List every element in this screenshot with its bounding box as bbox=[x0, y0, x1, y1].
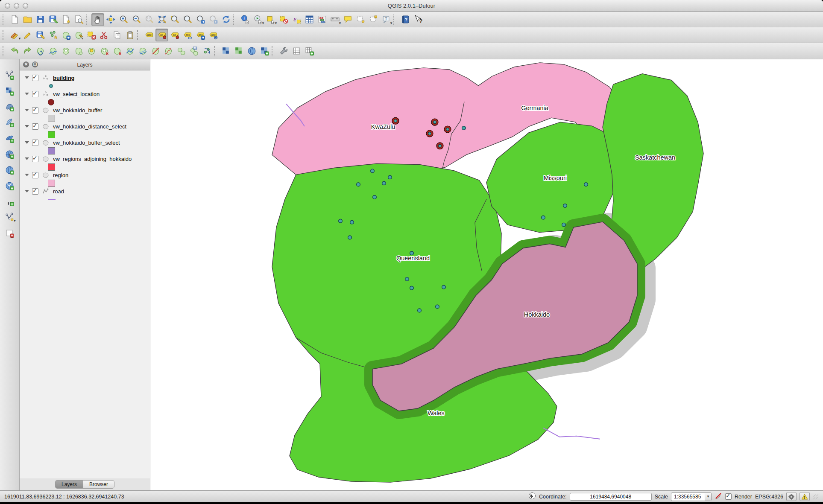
new-shapefile-layer-button[interactable]: ▼ bbox=[3, 211, 16, 224]
layer-item-building[interactable]: ✓building bbox=[20, 73, 150, 82]
save-project-as-button[interactable] bbox=[47, 13, 59, 26]
new-composer-button[interactable] bbox=[59, 13, 72, 26]
expand-triangle-icon[interactable] bbox=[25, 174, 29, 176]
panel-close-icon[interactable]: ✕ bbox=[23, 61, 29, 67]
add-feature-button[interactable] bbox=[47, 29, 59, 41]
wrench-tool-button[interactable] bbox=[277, 45, 290, 58]
paste-features-button[interactable] bbox=[123, 29, 136, 41]
layer-item-vw_hokkaido_distance_select[interactable]: ✓vw_hokkaido_distance_select bbox=[20, 122, 150, 131]
raster-tool-button[interactable] bbox=[258, 45, 271, 58]
current-edits-button[interactable]: ▼ bbox=[8, 29, 21, 41]
building-point[interactable] bbox=[357, 183, 360, 186]
layer-visibility-checkbox[interactable]: ✓ bbox=[32, 140, 38, 146]
zoom-last-button[interactable] bbox=[194, 13, 207, 26]
expand-triangle-icon[interactable] bbox=[25, 157, 29, 160]
building-point[interactable] bbox=[584, 183, 588, 186]
zoom-to-selection-button[interactable] bbox=[168, 13, 181, 26]
layer-item-region[interactable]: ✓region bbox=[20, 170, 150, 180]
panel-tab-browser[interactable]: Browser bbox=[83, 480, 114, 489]
checkerboard-tool-2-button[interactable] bbox=[232, 45, 245, 58]
building-point[interactable] bbox=[382, 181, 386, 185]
expand-triangle-icon[interactable] bbox=[25, 190, 29, 192]
pan-map-button[interactable] bbox=[91, 13, 104, 26]
composer-manager-button[interactable] bbox=[72, 13, 85, 26]
identify-features-button[interactable]: i bbox=[239, 13, 252, 26]
undo-button[interactable] bbox=[8, 45, 21, 58]
mouse-position-icon[interactable] bbox=[528, 492, 536, 501]
building-point[interactable] bbox=[562, 223, 566, 227]
add-postgis-layer-button[interactable] bbox=[3, 100, 16, 113]
delete-part-button[interactable] bbox=[111, 45, 123, 58]
building-point[interactable] bbox=[410, 286, 414, 290]
labeling-button[interactable]: abc bbox=[143, 29, 155, 41]
select-by-expression-button[interactable]: ε bbox=[290, 13, 303, 26]
measure-button[interactable]: ▼ bbox=[328, 13, 341, 26]
layer-item-road[interactable]: ✓road bbox=[20, 186, 150, 196]
rotate-point-symbols-button[interactable] bbox=[200, 45, 213, 58]
cut-features-button[interactable] bbox=[98, 29, 111, 41]
layer-item-vw_hokkaido_buffer[interactable]: ✓vw_hokkaido_buffer bbox=[20, 105, 150, 115]
merge-feature-attributes-button[interactable] bbox=[187, 45, 200, 58]
layer-visibility-checkbox[interactable]: ✓ bbox=[32, 75, 38, 81]
add-delimited-text-button[interactable]: , bbox=[3, 195, 16, 208]
add-vector-layer-button[interactable] bbox=[3, 69, 16, 82]
building-point[interactable] bbox=[339, 219, 343, 223]
layer-item-vw_hokkaido_buffer_select[interactable]: ✓vw_hokkaido_buffer_select bbox=[20, 138, 150, 147]
add-wcs-layer-button[interactable] bbox=[3, 163, 16, 176]
highlight-pinned-labels-button[interactable]: ab bbox=[168, 29, 181, 41]
remove-layer-button[interactable] bbox=[3, 227, 16, 239]
refresh-map-button[interactable] bbox=[220, 13, 232, 26]
building-point[interactable] bbox=[348, 236, 352, 239]
building-point[interactable] bbox=[405, 277, 409, 281]
add-mssql-layer-button[interactable] bbox=[3, 132, 16, 145]
building-point[interactable] bbox=[373, 195, 377, 199]
layer-visibility-checkbox[interactable]: ✓ bbox=[32, 156, 38, 162]
building-point[interactable] bbox=[442, 286, 446, 289]
checkerboard-tool-1-button[interactable] bbox=[220, 45, 232, 58]
zoom-to-layer-button[interactable] bbox=[181, 13, 194, 26]
building-point[interactable] bbox=[436, 305, 439, 309]
add-part-button[interactable] bbox=[72, 45, 85, 58]
move-label-button[interactable]: abc bbox=[194, 29, 207, 41]
toggle-editing-button[interactable] bbox=[21, 29, 34, 41]
pan-to-selection-button[interactable] bbox=[104, 13, 117, 26]
crs-projector-button[interactable] bbox=[786, 492, 797, 501]
move-feature-button[interactable] bbox=[59, 29, 72, 41]
render-checkbox[interactable]: ✓ bbox=[725, 493, 732, 500]
layer-item-vw_regions_adjoining_hokkaido[interactable]: ✓vw_regions_adjoining_hokkaido bbox=[20, 154, 150, 163]
zoom-in-button[interactable] bbox=[117, 13, 130, 26]
save-project-button[interactable] bbox=[34, 13, 47, 26]
resize-grip[interactable] bbox=[813, 494, 819, 500]
expand-triangle-icon[interactable] bbox=[25, 109, 29, 111]
building-point[interactable] bbox=[462, 126, 466, 130]
layer-visibility-checkbox[interactable]: ✓ bbox=[32, 172, 38, 178]
split-features-button[interactable] bbox=[149, 45, 162, 58]
text-annotation-button[interactable]: T▼ bbox=[380, 13, 392, 26]
grid-tool-button[interactable] bbox=[290, 45, 303, 58]
change-label-properties-button[interactable]: abc bbox=[207, 29, 220, 41]
fill-ring-button[interactable] bbox=[85, 45, 98, 58]
panel-tab-layers[interactable]: Layers bbox=[55, 480, 83, 489]
open-project-button[interactable] bbox=[21, 13, 34, 26]
panel-float-icon[interactable]: ❐ bbox=[32, 61, 38, 67]
building-point[interactable] bbox=[418, 309, 422, 312]
node-tool-button[interactable] bbox=[72, 29, 85, 41]
merge-features-button[interactable] bbox=[175, 45, 187, 58]
scale-select[interactable]: 1:33565585 ▼ bbox=[671, 492, 712, 501]
split-parts-button[interactable] bbox=[162, 45, 175, 58]
stop-render-icon[interactable] bbox=[715, 492, 722, 501]
zoom-native-button[interactable]: 1:1 bbox=[143, 13, 155, 26]
layer-item-vw_select_location[interactable]: ✓vw_select_location bbox=[20, 89, 150, 99]
add-ring-button[interactable] bbox=[59, 45, 72, 58]
add-spatialite-layer-button[interactable] bbox=[3, 116, 16, 129]
map-canvas[interactable]: KwaZuluGermaniaSaskatchewanMissouriQueen… bbox=[150, 59, 823, 490]
offset-curve-button[interactable] bbox=[136, 45, 149, 58]
layer-visibility-checkbox[interactable]: ✓ bbox=[32, 91, 38, 97]
add-wms-layer-button[interactable] bbox=[3, 148, 16, 160]
layer-visibility-checkbox[interactable]: ✓ bbox=[32, 188, 38, 195]
save-layer-edits-button[interactable] bbox=[34, 29, 47, 41]
redo-button[interactable] bbox=[21, 45, 34, 58]
messages-warning-button[interactable] bbox=[800, 492, 810, 501]
zoom-out-button[interactable] bbox=[130, 13, 143, 26]
close-window-icon[interactable] bbox=[5, 3, 10, 9]
